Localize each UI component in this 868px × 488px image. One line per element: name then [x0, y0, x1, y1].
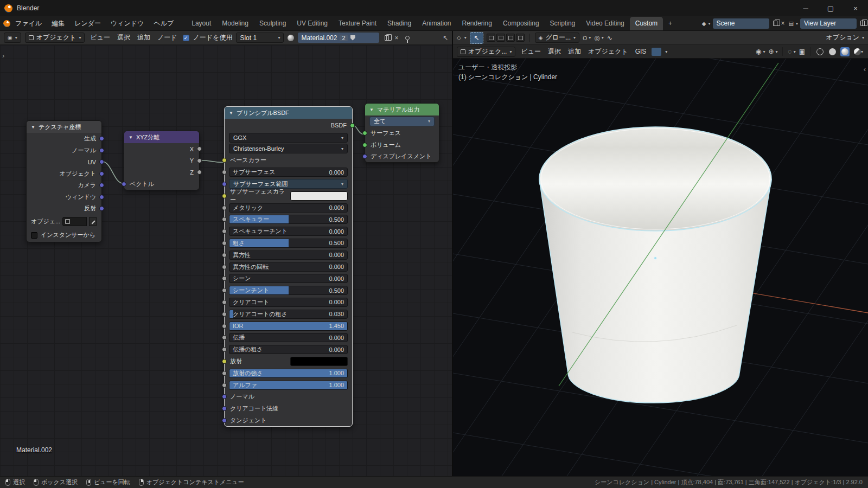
add-workspace-button[interactable]: +: [663, 17, 678, 30]
shading-wireframe-icon[interactable]: [815, 47, 825, 56]
tab-scripting[interactable]: Scripting: [545, 17, 581, 30]
output-socket[interactable]: [197, 158, 202, 163]
blender-menu-icon[interactable]: [3, 20, 10, 27]
menu-object[interactable]: オブジェクト: [586, 47, 630, 56]
input-socket[interactable]: [222, 206, 227, 210]
target-dropdown[interactable]: 全て▾: [369, 117, 435, 126]
falloff-icon[interactable]: ∿: [607, 34, 612, 42]
unlink-scene-icon[interactable]: ×: [780, 20, 787, 27]
node-header[interactable]: ▼ マテリアル出力: [365, 104, 439, 115]
gizmo-toggle-icon[interactable]: ⊕▾: [768, 48, 777, 55]
mode-dropdown[interactable]: オブジェク... ▾: [457, 47, 515, 57]
input-socket[interactable]: [222, 241, 227, 246]
input-socket[interactable]: [222, 158, 227, 163]
tab-modeling[interactable]: Modeling: [216, 17, 254, 30]
value-slider[interactable]: 異方性の回転0.000: [229, 262, 348, 272]
node-separate-xyz[interactable]: ▼ XYZ分離 X Y Z ベクトル: [124, 131, 200, 190]
menu-gis[interactable]: GIS: [634, 48, 648, 55]
pin-icon[interactable]: [405, 36, 410, 40]
output-socket[interactable]: [99, 159, 104, 164]
use-nodes-checkbox[interactable]: ✓: [183, 35, 189, 41]
close-button[interactable]: ×: [843, 0, 868, 16]
visibility-dropdown-icon[interactable]: ◉▾: [756, 48, 765, 55]
viewport-canvas[interactable]: ユーザー・透視投影 (1) シーンコレクション | Cylinder ‹: [453, 59, 868, 476]
output-socket[interactable]: [99, 171, 104, 176]
material-name-field[interactable]: Material.002 2: [298, 33, 379, 43]
node-header[interactable]: ▼ XYZ分離: [124, 131, 199, 143]
mode-icon[interactable]: [516, 34, 525, 42]
eyedropper-icon[interactable]: [89, 217, 97, 226]
options-dropdown[interactable]: オプション ▾: [826, 33, 864, 42]
distribution-dropdown[interactable]: GGX▾: [229, 133, 348, 143]
tab-shading[interactable]: Shading: [382, 17, 417, 30]
output-socket[interactable]: [99, 136, 104, 141]
menu-node[interactable]: ノード: [156, 33, 179, 42]
editor-type-button[interactable]: ◉ ▾: [4, 33, 21, 43]
scene-selector[interactable]: Scene: [713, 18, 769, 29]
collapse-icon[interactable]: ▼: [369, 107, 374, 112]
mode-icon[interactable]: [487, 34, 495, 42]
mode-icon[interactable]: [496, 34, 505, 42]
new-view-layer-icon[interactable]: [860, 21, 865, 26]
input-socket[interactable]: [222, 265, 227, 269]
from-instancer-checkbox[interactable]: [31, 232, 37, 239]
new-material-icon[interactable]: [385, 35, 389, 41]
tab-sculpting[interactable]: Sculpting: [254, 17, 291, 30]
menu-window[interactable]: ウィンドウ: [106, 16, 149, 31]
tab-animation[interactable]: Animation: [417, 17, 456, 30]
value-slider[interactable]: クリアコート0.000: [229, 298, 348, 307]
node-header[interactable]: ▼ プリンシプルBSDF: [225, 107, 352, 119]
fake-user-shield-icon[interactable]: [350, 35, 355, 41]
menu-edit[interactable]: 編集: [47, 16, 69, 31]
unlink-material-icon[interactable]: ×: [393, 34, 400, 42]
value-slider[interactable]: クリアコートの粗さ0.030: [229, 310, 348, 319]
xray-toggle-icon[interactable]: ▣: [799, 48, 805, 55]
scene-browse-icon[interactable]: ◆: [702, 21, 706, 27]
input-socket[interactable]: [362, 143, 367, 147]
gis-tool-icon[interactable]: [652, 48, 661, 56]
node-texture-coordinate[interactable]: ▼ テクスチャ座標 生成 ノーマル UV オブジェクト カメラ ウィンドウ 反射…: [26, 120, 102, 242]
menu-select[interactable]: 選択: [116, 33, 132, 42]
value-slider[interactable]: 放射の強さ1.000: [229, 369, 348, 378]
material-browse-icon[interactable]: [288, 35, 294, 41]
node-material-output[interactable]: ▼ マテリアル出力 全て▾ サーフェス ボリューム ディスプレイスメント: [365, 103, 439, 163]
value-slider[interactable]: IOR1.450: [229, 322, 348, 331]
new-scene-icon[interactable]: [773, 21, 777, 26]
sidebar-toggle-icon[interactable]: ‹: [864, 65, 866, 73]
value-slider[interactable]: 伝播0.000: [229, 333, 348, 342]
value-slider[interactable]: スペキュラーチント0.000: [229, 227, 348, 236]
menu-render[interactable]: レンダー: [69, 16, 106, 31]
menu-select[interactable]: 選択: [546, 47, 563, 56]
tab-video-editing[interactable]: Video Editing: [580, 17, 630, 30]
node-header[interactable]: ▼ テクスチャ座標: [27, 121, 101, 133]
input-socket[interactable]: [222, 371, 227, 376]
output-socket[interactable]: [99, 148, 104, 153]
output-socket[interactable]: [197, 170, 202, 175]
output-socket[interactable]: [350, 123, 355, 128]
shading-rendered-icon[interactable]: ▾: [853, 47, 864, 56]
value-slider[interactable]: 異方性0.000: [229, 251, 348, 260]
color-swatch[interactable]: [290, 191, 348, 201]
node-canvas[interactable]: ▼ テクスチャ座標 生成 ノーマル UV オブジェクト カメラ ウィンドウ 反射…: [0, 45, 452, 476]
shading-material-icon[interactable]: [840, 47, 850, 56]
input-socket[interactable]: [222, 335, 227, 340]
menu-help[interactable]: ヘルプ: [149, 16, 178, 31]
input-socket[interactable]: [222, 418, 227, 423]
select-box-tool-button[interactable]: ↖: [470, 32, 483, 44]
value-slider[interactable]: 伝播の粗さ0.000: [229, 345, 348, 354]
shading-solid-icon[interactable]: [828, 47, 837, 56]
snap-toggle[interactable]: Ω▾: [583, 35, 591, 41]
input-socket[interactable]: [222, 170, 227, 175]
value-slider[interactable]: メタリック0.000: [229, 203, 348, 213]
parent-tree-arrow-icon[interactable]: ↖: [443, 34, 448, 42]
value-slider[interactable]: サブサーフェス0.000: [229, 168, 348, 177]
overlays-toggle-icon[interactable]: ◌▾: [788, 48, 795, 55]
value-slider[interactable]: アルファ1.000: [229, 381, 348, 390]
input-socket[interactable]: [222, 194, 227, 198]
menu-add[interactable]: 追加: [566, 47, 583, 56]
input-socket[interactable]: [222, 406, 227, 411]
sidebar-toggle-icon[interactable]: ›: [2, 52, 4, 60]
menu-view[interactable]: ビュー: [88, 33, 112, 42]
active-tool-icon[interactable]: ◇: [457, 35, 461, 41]
menu-file[interactable]: ファイル: [10, 16, 47, 31]
